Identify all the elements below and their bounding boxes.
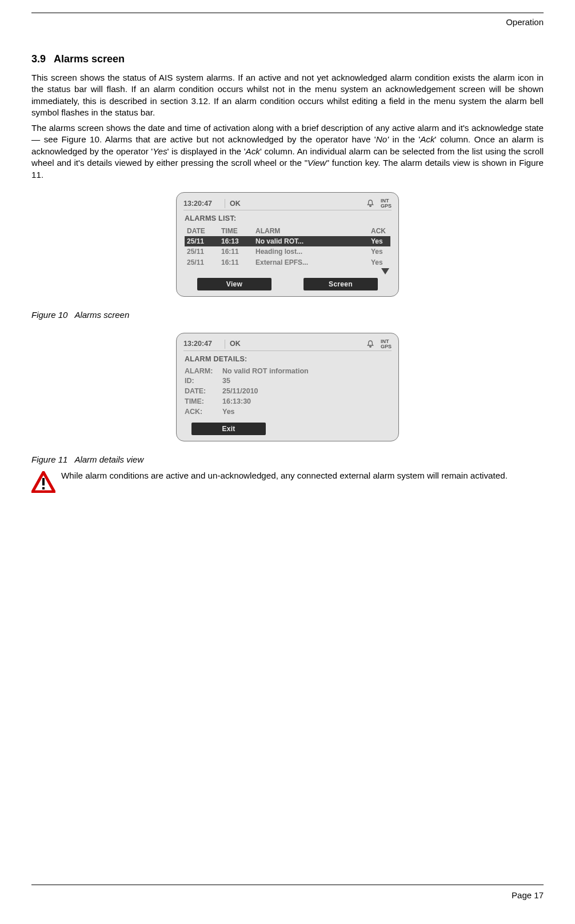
alarms-table: DATE TIME ALARM ACK 25/11 16:13 No valid… xyxy=(185,226,390,268)
alarm-details: ALARM:No valid ROT information ID:35 DAT… xyxy=(185,367,390,417)
table-row[interactable]: 25/11 16:11 External EPFS... Yes xyxy=(185,257,390,268)
page-number: Page 17 xyxy=(31,890,544,901)
label-alarm: ALARM: xyxy=(185,367,222,376)
col-time: TIME xyxy=(219,226,253,236)
figure-10-caption: Figure 10Alarms screen xyxy=(31,309,544,321)
warning-text: While alarm conditions are active and un… xyxy=(61,470,544,482)
label-date: DATE: xyxy=(185,387,222,396)
figure-10: 13:20:47 OK INT GPS ALARMS LIST: DATE TI… xyxy=(31,192,544,297)
status-ok: OK xyxy=(230,199,241,209)
value-id: 35 xyxy=(222,376,390,386)
warning-note: While alarm conditions are active and un… xyxy=(31,470,544,496)
table-row[interactable]: 25/11 16:11 Heading lost... Yes xyxy=(185,246,390,257)
table-row[interactable]: 25/11 16:13 No valid ROT... Yes xyxy=(185,236,390,246)
table-header-row: DATE TIME ALARM ACK xyxy=(185,226,390,236)
status-bar: 13:20:47 OK INT GPS xyxy=(183,198,392,210)
status-ok: OK xyxy=(230,339,241,349)
footer-rule xyxy=(31,885,544,885)
header-rule xyxy=(31,13,544,13)
screen-title: ALARM DETAILS: xyxy=(185,355,390,364)
status-gps: INT GPS xyxy=(381,339,392,349)
figure-11: 13:20:47 OK INT GPS ALARM DETAILS: ALARM… xyxy=(31,333,544,441)
value-time: 16:13:30 xyxy=(222,397,390,407)
status-separator xyxy=(225,199,225,208)
col-date: DATE xyxy=(185,226,219,236)
value-date: 25/11/2010 xyxy=(222,387,390,396)
function-keys: View Screen xyxy=(183,278,392,290)
scroll-down-icon[interactable] xyxy=(381,268,389,274)
body-paragraph-1: This screen shows the status of AIS syst… xyxy=(31,72,544,119)
device-screen: 13:20:47 OK INT GPS ALARMS LIST: DATE TI… xyxy=(176,192,399,297)
value-ack: Yes xyxy=(222,407,390,417)
page-footer: Page 17 xyxy=(31,885,544,901)
svg-rect-0 xyxy=(42,478,45,485)
screen-button[interactable]: Screen xyxy=(304,278,378,290)
body-paragraph-2: The alarms screen shows the date and tim… xyxy=(31,122,544,181)
value-alarm: No valid ROT information xyxy=(222,367,390,376)
status-time: 13:20:47 xyxy=(183,199,220,209)
figure-11-caption: Figure 11Alarm details view xyxy=(31,454,544,465)
exit-button[interactable]: Exit xyxy=(191,423,266,435)
status-bar: 13:20:47 OK INT GPS xyxy=(183,339,392,351)
status-time: 13:20:47 xyxy=(183,339,220,349)
screen-body: ALARMS LIST: DATE TIME ALARM ACK 25/11 1… xyxy=(183,210,392,276)
status-gps: INT GPS xyxy=(381,198,392,209)
section-number: 3.9 xyxy=(31,52,46,66)
label-time: TIME: xyxy=(185,397,222,407)
section-heading: 3.9Alarms screen xyxy=(31,52,544,66)
bell-icon xyxy=(366,199,375,208)
bell-icon xyxy=(366,340,375,349)
device-screen: 13:20:47 OK INT GPS ALARM DETAILS: ALARM… xyxy=(176,333,399,441)
view-button[interactable]: View xyxy=(197,278,271,290)
label-ack: ACK: xyxy=(185,407,222,417)
col-ack: ACK xyxy=(369,226,390,236)
header-section-label: Operation xyxy=(31,17,544,28)
label-id: ID: xyxy=(185,376,222,386)
screen-body: ALARM DETAILS: ALARM:No valid ROT inform… xyxy=(183,351,392,420)
warning-icon xyxy=(31,471,55,496)
section-title-text: Alarms screen xyxy=(54,53,125,65)
status-separator xyxy=(225,340,225,349)
screen-title: ALARMS LIST: xyxy=(185,214,390,224)
function-keys: Exit xyxy=(183,423,392,435)
col-alarm: ALARM xyxy=(253,226,369,236)
svg-rect-1 xyxy=(42,487,45,489)
